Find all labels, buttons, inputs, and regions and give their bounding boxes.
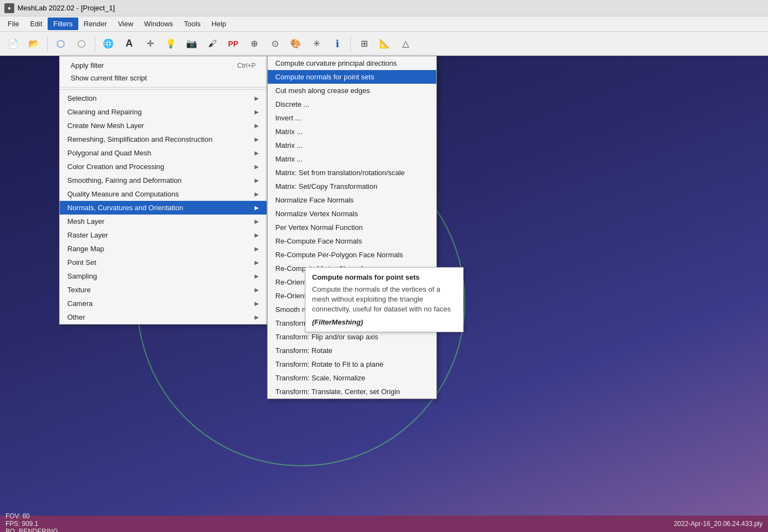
filter-label-cleaning: Cleaning and Repairing bbox=[67, 108, 142, 116]
normals-item-invert[interactable]: Invert ... bbox=[268, 111, 436, 125]
camera-icon-button[interactable]: 📷 bbox=[182, 34, 201, 54]
normals-item-matrix_copy[interactable]: Matrix: Set/Copy Transformation bbox=[268, 180, 436, 193]
menu-item-render[interactable]: Render bbox=[78, 18, 113, 30]
filters-divider bbox=[60, 89, 267, 90]
menu-item-file[interactable]: File bbox=[2, 18, 25, 30]
apply-filter-label: Apply filter bbox=[71, 61, 104, 70]
statusbar: FOV: 60 FPS: 909.1 BO_RENDERING 2022-Apr… bbox=[0, 516, 768, 532]
grid-button[interactable]: ⊞ bbox=[354, 34, 374, 54]
filter-row-camera[interactable]: Camera▶ bbox=[60, 297, 267, 310]
status-left: FOV: 60 FPS: 909.1 BO_RENDERING bbox=[5, 512, 674, 532]
arrow-icon-smoothing: ▶ bbox=[255, 177, 259, 183]
filter-label-mesh_layer: Mesh Layer bbox=[67, 217, 105, 225]
normals-item-transform_translate[interactable]: Transform: Translate, Center, set Origin bbox=[268, 385, 436, 398]
normals-item-curvature[interactable]: Compute curvature principal directions bbox=[268, 56, 436, 70]
normals-item-recomp_poly[interactable]: Re-Compute Per-Polygon Face Normals bbox=[268, 248, 436, 262]
filter-label-color: Color Creation and Processing bbox=[67, 163, 164, 171]
filter-label-quality: Quality Measure and Computations bbox=[67, 190, 179, 198]
apply-filter-item[interactable]: Apply filter Ctrl+P bbox=[67, 59, 259, 72]
normals-item-recomp_face[interactable]: Re-Compute Face Normals bbox=[268, 234, 436, 248]
new-file-button[interactable]: 📄 bbox=[3, 34, 23, 54]
arrow-icon-selection: ▶ bbox=[255, 95, 259, 101]
toolbar-sep1 bbox=[47, 36, 48, 52]
arrow-icon-other: ▶ bbox=[255, 314, 259, 320]
text-button[interactable]: A bbox=[119, 34, 139, 54]
normals-item-transform_scale[interactable]: Transform: Scale, Normalize bbox=[268, 371, 436, 385]
filter-label-polygonal: Polygonal and Quad Mesh bbox=[67, 149, 151, 157]
filter-label-range_map: Range Map bbox=[67, 245, 104, 253]
normals-item-cut_mesh[interactable]: Cut mesh along crease edges bbox=[268, 84, 436, 97]
normals-item-normals_pts[interactable]: Compute normals for point sets bbox=[268, 70, 436, 84]
filter-row-raster[interactable]: Raster Layer▶ bbox=[60, 228, 267, 242]
title-text: MeshLab 2022.02 - [Project_1] bbox=[18, 4, 115, 12]
normals-item-transform_rotate[interactable]: Transform: Rotate bbox=[268, 344, 436, 357]
filter-row-selection[interactable]: Selection▶ bbox=[60, 91, 267, 105]
arrow-icon-point_set: ▶ bbox=[255, 259, 259, 265]
normals-item-matrix_trans[interactable]: Matrix: Set from translation/rotation/sc… bbox=[268, 166, 436, 180]
filter-row-sampling[interactable]: Sampling▶ bbox=[60, 269, 267, 283]
info-button[interactable]: ℹ bbox=[327, 34, 347, 54]
filter-row-cleaning[interactable]: Cleaning and Repairing▶ bbox=[60, 105, 267, 119]
menu-item-help[interactable]: Help bbox=[206, 18, 232, 30]
tooltip-filter: (FilterMeshing) bbox=[312, 318, 457, 326]
pp-button[interactable]: PP bbox=[223, 34, 243, 54]
arrow-icon-normals: ▶ bbox=[255, 205, 259, 211]
arrow-icon-polygonal: ▶ bbox=[255, 150, 259, 156]
normals-item-matrix3[interactable]: Matrix ... bbox=[268, 152, 436, 166]
arrow-icon-texture: ▶ bbox=[255, 287, 259, 293]
menu-item-edit[interactable]: Edit bbox=[25, 18, 48, 30]
pointer-tool[interactable]: ⊙ bbox=[265, 34, 285, 54]
filter-row-color[interactable]: Color Creation and Processing▶ bbox=[60, 160, 267, 174]
filter-row-point_set[interactable]: Point Set▶ bbox=[60, 256, 267, 269]
arrow-icon-quality: ▶ bbox=[255, 191, 259, 197]
arrow-icon-mesh_layer: ▶ bbox=[255, 218, 259, 224]
filters-header: Apply filter Ctrl+P Show current filter … bbox=[60, 56, 267, 88]
filter-row-remeshing[interactable]: Remeshing, Simplification and Reconstruc… bbox=[60, 132, 267, 146]
filter-row-smoothing[interactable]: Smoothing, Fairing and Deformation▶ bbox=[60, 174, 267, 187]
normals-item-transform_rotate_fit[interactable]: Transform: Rotate to Fit to a plane bbox=[268, 357, 436, 371]
arrow-icon-raster: ▶ bbox=[255, 232, 259, 238]
filter-row-normals[interactable]: Normals, Curvatures and Orientation▶ bbox=[60, 201, 267, 215]
measure-button[interactable]: 📐 bbox=[375, 34, 395, 54]
filter-row-mesh_layer[interactable]: Mesh Layer▶ bbox=[60, 215, 267, 228]
globe-button[interactable]: 🌐 bbox=[99, 34, 118, 54]
apply-shortcut: Ctrl+P bbox=[237, 62, 256, 70]
paint-button[interactable]: 🖌 bbox=[203, 34, 222, 54]
snowflake-button[interactable]: ✳ bbox=[307, 34, 326, 54]
3d-view-button[interactable]: ⬡ bbox=[51, 34, 71, 54]
menu-item-view[interactable]: View bbox=[112, 18, 138, 30]
normals-item-norm_face[interactable]: Normalize Face Normals bbox=[268, 193, 436, 207]
light-button[interactable]: 💡 bbox=[161, 34, 181, 54]
axis-button[interactable]: ✛ bbox=[140, 34, 160, 54]
normals-item-matrix1[interactable]: Matrix ... bbox=[268, 125, 436, 138]
filter-row-texture[interactable]: Texture▶ bbox=[60, 283, 267, 297]
filter-row-range_map[interactable]: Range Map▶ bbox=[60, 242, 267, 256]
select-tool[interactable]: ⊕ bbox=[244, 34, 264, 54]
filter-row-create_mesh[interactable]: Create New Mesh Layer▶ bbox=[60, 119, 267, 132]
normals-item-norm_vertex[interactable]: Normalize Vertex Normals bbox=[268, 207, 436, 221]
filter-label-create_mesh: Create New Mesh Layer bbox=[67, 122, 144, 130]
arrow-icon-remeshing: ▶ bbox=[255, 136, 259, 142]
arrow-icon-range_map: ▶ bbox=[255, 246, 259, 252]
show-script-item[interactable]: Show current filter script bbox=[67, 72, 259, 84]
normals-item-matrix2[interactable]: Matrix ... bbox=[268, 138, 436, 152]
normals-item-transform_flip[interactable]: Transform: Flip and/or swap axis bbox=[268, 330, 436, 344]
filter-label-normals: Normals, Curvatures and Orientation bbox=[67, 204, 183, 212]
filter-row-polygonal[interactable]: Polygonal and Quad Mesh▶ bbox=[60, 146, 267, 160]
mesh-button[interactable]: △ bbox=[396, 34, 415, 54]
menu-item-windows[interactable]: Windows bbox=[138, 18, 178, 30]
menu-item-filters[interactable]: Filters bbox=[48, 18, 78, 30]
filter-label-remeshing: Remeshing, Simplification and Reconstruc… bbox=[67, 135, 212, 143]
rendering-text: BO_RENDERING bbox=[5, 528, 674, 532]
tooltip-description: Compute the normals of the vertices of a… bbox=[312, 285, 457, 315]
filter-row-other[interactable]: Other▶ bbox=[60, 310, 267, 324]
menu-item-tools[interactable]: Tools bbox=[178, 18, 206, 30]
titlebar: ● MeshLab 2022.02 - [Project_1] bbox=[0, 0, 768, 16]
normals-item-discrete[interactable]: Discrete ... bbox=[268, 97, 436, 111]
color-tool[interactable]: 🎨 bbox=[286, 34, 305, 54]
normals-item-per_vertex[interactable]: Per Vertex Normal Function bbox=[268, 221, 436, 234]
filter-rows-container: Selection▶Cleaning and Repairing▶Create … bbox=[60, 91, 267, 324]
3d-view2-button[interactable]: ⬡ bbox=[72, 34, 91, 54]
filter-row-quality[interactable]: Quality Measure and Computations▶ bbox=[60, 187, 267, 201]
open-file-button[interactable]: 📂 bbox=[24, 34, 44, 54]
